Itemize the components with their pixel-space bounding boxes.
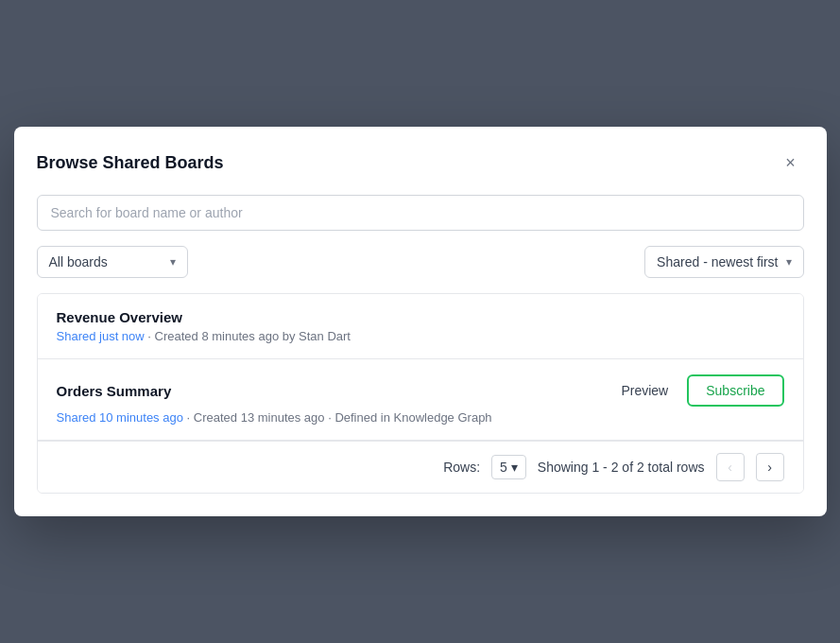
boards-filter-dropdown[interactable]: All boards ▾ (37, 246, 188, 278)
sort-filter-chevron-icon: ▾ (786, 255, 792, 269)
subscribe-button[interactable]: Subscribe (687, 374, 783, 407)
pagination-info: Showing 1 - 2 of 2 total rows (538, 460, 705, 475)
close-button[interactable]: × (778, 149, 804, 176)
modal-header: Browse Shared Boards × (37, 149, 804, 176)
knowledge-graph-tag: Defined in Knowledge Graph (334, 410, 491, 425)
sort-filter-label: Shared - newest first (657, 254, 778, 269)
preview-button[interactable]: Preview (613, 379, 676, 402)
boards-filter-label: All boards (49, 254, 108, 269)
board-name: Orders Summary (57, 383, 172, 399)
shared-time: Shared just now (57, 329, 145, 343)
boards-list: Revenue Overview Shared just now · Creat… (37, 293, 804, 494)
shared-time: Shared 10 minutes ago (57, 410, 183, 425)
board-item: Orders Summary Preview Subscribe Shared … (38, 359, 803, 441)
rows-value: 5 (500, 460, 507, 475)
boards-filter-chevron-icon: ▾ (170, 255, 176, 269)
rows-label: Rows: (443, 460, 480, 475)
search-input[interactable] (37, 195, 804, 231)
rows-chevron-icon: ▾ (511, 460, 518, 475)
board-item: Revenue Overview Shared just now · Creat… (38, 294, 803, 359)
filters-row: All boards ▾ Shared - newest first ▾ (37, 246, 804, 278)
rows-per-page-dropdown[interactable]: 5 ▾ (491, 455, 526, 479)
board-item-top: Orders Summary Preview Subscribe (57, 374, 784, 407)
pagination-row: Rows: 5 ▾ Showing 1 - 2 of 2 total rows … (38, 441, 803, 493)
board-name: Revenue Overview (57, 309, 182, 325)
modal-title: Browse Shared Boards (37, 153, 224, 173)
pagination-next-button[interactable]: › (756, 453, 784, 481)
board-actions: Preview Subscribe (613, 374, 783, 407)
meta-separator: · Created 13 minutes ago · (187, 410, 335, 425)
pagination-prev-button[interactable]: ‹ (716, 453, 745, 481)
meta-separator: · Created 8 minutes ago by Stan Dart (147, 329, 351, 343)
browse-shared-boards-modal: Browse Shared Boards × All boards ▾ Shar… (14, 127, 827, 516)
board-meta: Shared just now · Created 8 minutes ago … (57, 329, 784, 343)
sort-filter-dropdown[interactable]: Shared - newest first ▾ (644, 246, 803, 278)
board-item-top: Revenue Overview (57, 309, 784, 325)
board-meta: Shared 10 minutes ago · Created 13 minut… (57, 410, 784, 425)
